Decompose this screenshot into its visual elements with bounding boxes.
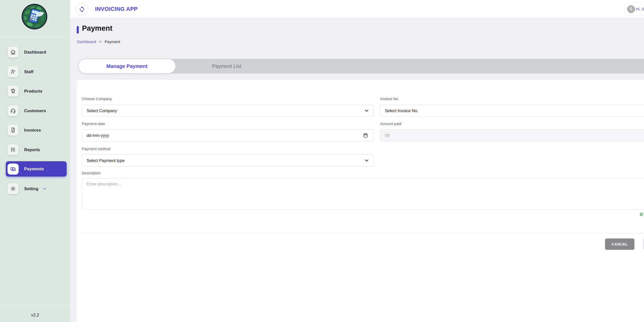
invoice-select[interactable]: Select Invoice No. xyxy=(380,105,644,117)
user-greeting: Hi, S xyxy=(636,7,644,11)
sidebar-item-label: Reports xyxy=(24,147,40,152)
header: INVOICING APP S Hi, S xyxy=(70,0,644,18)
sidebar: Dashboard Staff Products Customers xyxy=(0,0,70,322)
chevron-down-icon xyxy=(42,186,47,191)
amount-paid-input[interactable] xyxy=(380,129,644,141)
payment-method-value: Select Payment type xyxy=(87,158,125,163)
payment-date-input[interactable]: dd-mm-yyyy xyxy=(82,129,374,141)
sidebar-item-staff[interactable]: Staff xyxy=(6,64,67,79)
payment-date-label: Payment date xyxy=(82,122,105,126)
sidebar-item-label: Dashboard xyxy=(24,50,46,55)
choose-company-label: Choose Company xyxy=(82,97,112,101)
select-arrow-icon xyxy=(365,159,369,162)
app-logo xyxy=(21,4,48,30)
payment-method-label: Payment method xyxy=(82,147,110,151)
sidebar-item-label: Customers xyxy=(24,108,46,113)
description-textarea[interactable] xyxy=(82,178,644,210)
tab-manage-payment[interactable]: Manage Payment xyxy=(78,59,176,74)
sidebar-item-label: Staff xyxy=(24,69,33,74)
user-chip[interactable]: S Hi, S xyxy=(624,3,644,15)
sidebar-item-dashboard[interactable]: Dashboard xyxy=(6,44,67,60)
char-counter: 0/ xyxy=(640,212,643,217)
tab-payment-list[interactable]: Payment List xyxy=(189,59,265,73)
sidebar-item-customers[interactable]: Customers xyxy=(6,103,67,118)
cancel-button[interactable]: CANCEL xyxy=(605,238,634,250)
select-arrow-icon xyxy=(365,109,369,112)
sidebar-item-label: Invoices xyxy=(24,128,41,133)
company-select[interactable]: Select Company xyxy=(82,105,374,117)
sidebar-item-label: Products xyxy=(24,89,42,94)
breadcrumb-separator: > xyxy=(99,40,101,44)
submit-button-partial[interactable] xyxy=(643,238,644,250)
invoice-select-value: Select Invoice No. xyxy=(385,108,418,113)
home-icon xyxy=(8,47,19,58)
description-label: Description xyxy=(82,171,101,175)
payment-method-select[interactable]: Select Payment type xyxy=(82,154,374,167)
sidebar-item-setting[interactable]: Setting xyxy=(6,181,67,196)
cart-icon xyxy=(8,86,19,97)
sidebar-footer-divider xyxy=(0,306,70,306)
sidebar-item-invoices[interactable]: Invoices xyxy=(6,122,67,138)
headset-icon xyxy=(8,105,19,116)
gear-icon xyxy=(8,183,19,194)
sidebar-item-reports[interactable]: Reports xyxy=(6,142,67,157)
logo-image xyxy=(21,4,48,30)
checklist-icon xyxy=(8,144,19,155)
invoice-file-icon xyxy=(8,125,19,136)
payment-date-value: dd-mm-yyyy xyxy=(87,133,109,138)
avatar: S xyxy=(627,5,635,13)
sidebar-item-payments[interactable]: Payments xyxy=(6,161,67,177)
refresh-button[interactable] xyxy=(76,3,88,16)
tab-label: Payment List xyxy=(212,63,241,69)
company-select-value: Select Company xyxy=(87,108,117,113)
sidebar-divider xyxy=(0,37,70,37)
breadcrumb-current: Payment xyxy=(105,39,120,44)
payments-banknote-icon xyxy=(8,164,19,175)
app-title: INVOICING APP xyxy=(95,0,138,18)
sidebar-item-label: Setting xyxy=(24,186,38,191)
app-root: Dashboard Staff Products Customers xyxy=(0,0,644,322)
breadcrumb: Dashboard > Payment xyxy=(77,39,120,44)
invoice-no-label: Invoice No. xyxy=(380,97,399,101)
form-divider xyxy=(82,233,644,233)
sidebar-item-products[interactable]: Products xyxy=(6,83,67,99)
sidebar-item-label: Payments xyxy=(24,167,44,171)
tab-label: Manage Payment xyxy=(106,63,147,69)
title-accent-bar xyxy=(77,26,79,33)
staff-icon xyxy=(8,66,19,77)
avatar-initial: S xyxy=(630,7,632,12)
sync-icon xyxy=(79,6,85,13)
payment-form-card: Choose Company Select Company Invoice No… xyxy=(77,80,644,322)
page-title: Payment xyxy=(82,24,112,32)
breadcrumb-dashboard-link[interactable]: Dashboard xyxy=(77,39,96,44)
amount-paid-label: Amount paid xyxy=(380,122,401,126)
calendar-icon[interactable] xyxy=(363,133,368,138)
app-version: v2.2 xyxy=(0,313,70,318)
